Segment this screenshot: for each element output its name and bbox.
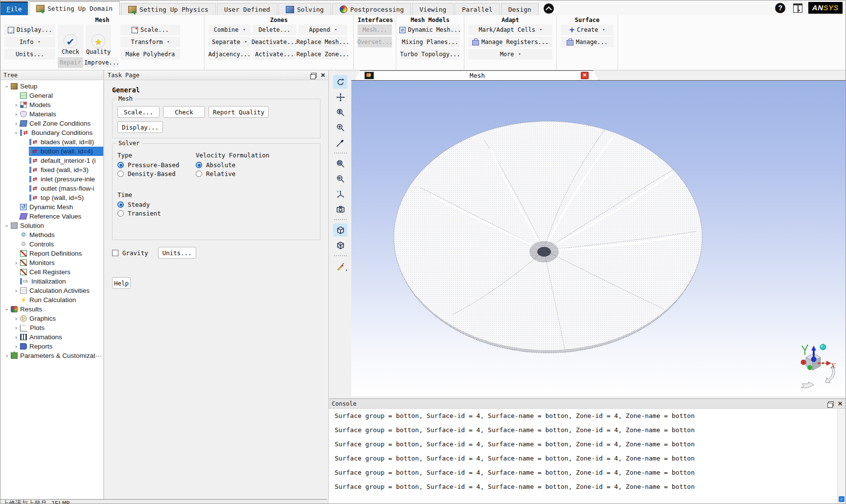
check-button[interactable]: Check (163, 106, 205, 118)
tree-item[interactable]: ›Monitors (0, 258, 103, 267)
tree-item[interactable]: ›Boundary Conditions (0, 128, 103, 137)
radio-density-based[interactable]: Density-Based (117, 170, 196, 178)
tree-item[interactable]: ›Animations (0, 332, 103, 342)
chevron-right-icon[interactable]: › (13, 260, 20, 266)
mesh-display-button[interactable]: Display... (4, 24, 55, 35)
mesh-repair-button[interactable]: Repair (58, 57, 83, 68)
tree-item[interactable]: ›Graphics (0, 314, 103, 323)
tab-postprocessing[interactable]: Postprocessing (332, 3, 412, 15)
manage-registers-button[interactable]: Manage Registers... (468, 37, 552, 47)
headlight-icon[interactable]: ▾ (333, 260, 347, 273)
zones-replace-zone-button[interactable]: Replace Zone... (298, 49, 347, 60)
chevron-down-icon[interactable]: › (3, 222, 10, 229)
float-panel-icon[interactable] (828, 401, 834, 406)
zones-combine-button[interactable]: Combine (208, 24, 251, 35)
orient-view-icon[interactable]: y (333, 187, 347, 200)
tree-item[interactable]: ›Materials (0, 110, 103, 119)
tree-item[interactable]: default_interior-1 (i (0, 156, 103, 165)
radio-icon[interactable] (117, 171, 124, 177)
solid-display-icon[interactable] (333, 223, 347, 237)
radio-icon[interactable] (196, 171, 202, 177)
chevron-down-icon[interactable]: › (3, 83, 10, 90)
tree-item[interactable]: blades (wall, id=8) (0, 137, 103, 147)
tree-item[interactable]: Report Definitions (0, 249, 103, 258)
rotate-icon[interactable] (333, 75, 347, 88)
wireframe-display-icon[interactable] (333, 239, 347, 252)
zoom-box-icon[interactable] (333, 121, 347, 134)
radio-pressure-based[interactable]: Pressure-Based (117, 161, 196, 169)
scroll-to-bottom-button[interactable]: ✓ (839, 496, 845, 502)
chevron-right-icon[interactable]: › (13, 111, 20, 118)
console-scrollbar[interactable]: ✓ (837, 409, 846, 504)
window-layout-control[interactable]: ▾ (793, 3, 800, 13)
chevron-right-icon[interactable]: › (3, 352, 10, 359)
pan-icon[interactable] (333, 90, 347, 104)
surface-manage-button[interactable]: Manage... (561, 37, 614, 47)
adapt-more-button[interactable]: More (468, 49, 552, 60)
tree-item[interactable]: ›Parameters & Customizat··· (0, 351, 103, 360)
file-tab[interactable]: FFileile (0, 1, 28, 15)
zones-activate-button[interactable]: Activate... (253, 49, 296, 60)
tab-solving[interactable]: Solving (278, 3, 331, 15)
chevron-down-icon[interactable]: › (13, 130, 20, 136)
chevron-right-icon[interactable]: › (13, 343, 20, 350)
chevron-right-icon[interactable]: › (13, 102, 20, 109)
gravity-checkbox[interactable] (112, 250, 118, 256)
tree-item[interactable]: ›Results (0, 305, 103, 314)
zones-append-button[interactable]: Append (298, 24, 347, 35)
mesh-scale-button[interactable]: Scale... (120, 24, 180, 35)
chevron-right-icon[interactable]: › (13, 325, 20, 331)
radio-absolute[interactable]: Absolute (196, 161, 270, 169)
snapshot-icon[interactable] (333, 202, 347, 216)
zones-adjacency-button[interactable]: Adjacency... (208, 49, 251, 60)
radio-icon[interactable] (117, 162, 124, 168)
tab-setting-up-domain[interactable]: Setting Up Domain (29, 1, 120, 15)
tree-item[interactable]: ›Cell Zone Conditions (0, 119, 103, 128)
tree-item[interactable]: ›Setup (0, 82, 103, 91)
turbo-topology-button[interactable]: Turbo Topology... (400, 49, 460, 60)
chevron-right-icon[interactable]: › (13, 315, 20, 322)
tab-design[interactable]: Design (501, 3, 539, 15)
mesh-info-button[interactable]: Info (4, 37, 55, 47)
tree-item[interactable]: top (wall, id=5) (0, 193, 103, 202)
mesh-check-button[interactable]: ✔ Check (58, 24, 83, 56)
display-button[interactable]: Display... (117, 121, 163, 133)
graphics-window-tab[interactable]: Mesh ✕ (354, 70, 599, 80)
tree-item[interactable]: Methods (0, 230, 103, 240)
tree-item[interactable]: Cell Registers (0, 267, 103, 277)
mesh-transform-button[interactable]: Transform (120, 37, 180, 47)
tree-item[interactable]: outlet (mass-flow-i (0, 184, 103, 193)
tree-item[interactable]: ›Reports (0, 342, 103, 351)
tab-setting-up-physics[interactable]: Setting Up Physics (121, 3, 216, 15)
close-icon[interactable]: ✕ (581, 72, 589, 79)
chevron-down-icon[interactable]: › (3, 306, 10, 313)
units-button[interactable]: Units... (158, 247, 196, 259)
radio-relative[interactable]: Relative (196, 170, 270, 178)
chevron-right-icon[interactable]: › (13, 287, 20, 294)
mesh-improve-button[interactable]: Improve... (86, 57, 118, 68)
radio-transient[interactable]: Transient (117, 209, 315, 218)
console-output[interactable]: Surface group = botton, Surface-id = 4, … (329, 409, 838, 504)
tree-item[interactable]: inlet (pressure-inle (0, 175, 103, 184)
interfaces-mesh-button[interactable]: Mesh... (358, 24, 392, 35)
fit-to-window-icon[interactable] (333, 157, 347, 170)
radio-icon[interactable] (196, 162, 202, 168)
float-panel-icon[interactable] (311, 73, 317, 78)
scale-button[interactable]: Scale... (117, 106, 160, 118)
radio-icon[interactable] (117, 210, 124, 217)
radio-icon[interactable] (117, 201, 124, 208)
report-quality-button[interactable]: Report Quality (208, 106, 269, 118)
tree-item[interactable]: Controls (0, 240, 103, 249)
mesh-make-polyhedra-button[interactable]: Make Polyhedra (120, 49, 180, 60)
zones-deactivate-button[interactable]: Deactivate... (253, 37, 296, 47)
close-icon[interactable]: ✕ (320, 73, 325, 78)
interfaces-overset-button[interactable]: Overset... (358, 37, 392, 47)
tree-item[interactable]: botton (wall, id=4) (0, 147, 103, 156)
zones-replace-mesh-button[interactable]: Replace Mesh... (298, 37, 347, 47)
collapse-ribbon-button[interactable] (544, 3, 554, 14)
tab-parallel[interactable]: Parallel (455, 3, 500, 15)
chevron-right-icon[interactable]: › (13, 334, 20, 341)
tree-item[interactable]: General (0, 91, 103, 100)
tree-item[interactable]: ›Calculation Activities (0, 286, 103, 295)
zoom-back-icon[interactable] (333, 172, 347, 185)
